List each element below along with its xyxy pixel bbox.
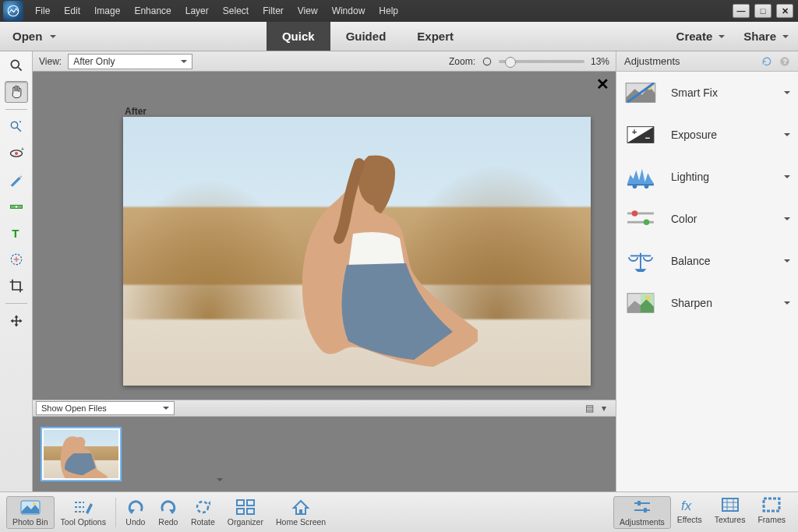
adj-exposure[interactable]: +− Exposure bbox=[616, 114, 798, 156]
bb-label: Adjustments bbox=[620, 517, 665, 527]
svg-rect-42 bbox=[247, 500, 254, 506]
sharpen-icon bbox=[624, 290, 657, 316]
bb-redo[interactable]: Redo bbox=[152, 499, 185, 527]
minimize-button[interactable]: — bbox=[733, 4, 750, 18]
menu-file[interactable]: File bbox=[28, 1, 57, 21]
svg-point-34 bbox=[646, 295, 651, 300]
bb-home-screen[interactable]: Home Screen bbox=[270, 499, 332, 527]
adj-label: Color bbox=[671, 213, 697, 225]
zoom-label: Zoom: bbox=[449, 56, 475, 67]
mode-bar: Open Quick Guided Expert Create Share bbox=[0, 22, 798, 51]
canvas-column: View: After Only Zoom: 13% ✕ After bbox=[33, 51, 616, 491]
zoom-tool[interactable] bbox=[5, 55, 28, 76]
undo-icon bbox=[125, 499, 146, 516]
svg-point-3 bbox=[11, 122, 17, 128]
reset-icon[interactable] bbox=[761, 56, 773, 67]
document-canvas[interactable] bbox=[123, 117, 591, 386]
color-icon bbox=[624, 206, 657, 232]
bb-label: Photo Bin bbox=[12, 517, 48, 527]
chevron-down-icon bbox=[784, 91, 790, 97]
menu-edit[interactable]: Edit bbox=[57, 1, 87, 21]
svg-point-1 bbox=[11, 60, 19, 68]
tab-expert[interactable]: Expert bbox=[401, 22, 469, 51]
bin-collapse-icon[interactable]: ▾ bbox=[602, 403, 606, 414]
quick-select-tool[interactable] bbox=[5, 116, 28, 138]
whiten-tool[interactable] bbox=[5, 169, 28, 191]
zoom-out-icon[interactable] bbox=[482, 56, 493, 67]
thumbnail[interactable] bbox=[41, 427, 122, 481]
tool-column: + T bbox=[0, 51, 33, 491]
menu-window[interactable]: Window bbox=[325, 1, 373, 21]
zoom-slider[interactable] bbox=[499, 60, 584, 63]
help-icon[interactable]: ? bbox=[779, 56, 790, 67]
menu-view[interactable]: View bbox=[291, 1, 325, 21]
bb-undo[interactable]: Undo bbox=[119, 499, 152, 527]
bb-adjustments[interactable]: Adjustments bbox=[613, 496, 671, 529]
svg-rect-26 bbox=[627, 212, 654, 214]
menu-enhance[interactable]: Enhance bbox=[127, 1, 178, 21]
tab-guided[interactable]: Guided bbox=[330, 22, 402, 51]
menu-layer[interactable]: Layer bbox=[178, 1, 216, 21]
svg-text:T: T bbox=[12, 227, 19, 240]
bb-photo-bin[interactable]: Photo Bin bbox=[6, 496, 55, 529]
chevron-down-icon bbox=[784, 175, 790, 181]
bb-frames[interactable]: Frames bbox=[751, 496, 792, 529]
eye-tool[interactable]: + bbox=[5, 143, 28, 164]
bb-label: Home Screen bbox=[276, 517, 326, 527]
balance-icon bbox=[624, 248, 657, 274]
maximize-button[interactable]: □ bbox=[754, 4, 772, 18]
hand-tool[interactable] bbox=[5, 81, 28, 103]
smart-fix-icon bbox=[624, 79, 657, 106]
open-dropdown[interactable]: Open bbox=[0, 22, 69, 51]
menu-select[interactable]: Select bbox=[216, 1, 256, 21]
effects-icon: fx bbox=[680, 496, 700, 513]
adjustments-icon bbox=[632, 499, 652, 516]
chevron-down-icon bbox=[163, 407, 169, 413]
menu-filter[interactable]: Filter bbox=[256, 1, 291, 21]
create-dropdown[interactable]: Create bbox=[676, 30, 726, 43]
svg-text:fx: fx bbox=[681, 499, 692, 513]
adj-label: Lighting bbox=[671, 171, 709, 183]
adj-sharpen[interactable]: Sharpen bbox=[616, 282, 798, 324]
bb-effects[interactable]: fx Effects bbox=[671, 496, 708, 529]
tab-quick[interactable]: Quick bbox=[267, 22, 330, 51]
adjustments-list: Smart Fix +− Exposure Lighting Color Bal… bbox=[616, 72, 798, 491]
svg-rect-41 bbox=[237, 500, 244, 506]
adj-color[interactable]: Color bbox=[616, 198, 798, 240]
adj-lighting[interactable]: Lighting bbox=[616, 156, 798, 198]
type-tool[interactable]: T bbox=[5, 222, 28, 244]
spot-heal-tool[interactable] bbox=[5, 248, 28, 270]
menu-image[interactable]: Image bbox=[87, 1, 127, 21]
close-document-button[interactable]: ✕ bbox=[596, 75, 609, 93]
bin-menu-icon[interactable]: ▤ bbox=[585, 403, 594, 414]
bottom-bar-right: Adjustments fx Effects Textures Frames bbox=[613, 496, 792, 529]
adj-smart-fix[interactable]: Smart Fix bbox=[616, 72, 798, 114]
close-button[interactable]: ✕ bbox=[776, 4, 793, 18]
bin-bar: Show Open Files ▤ ▾ bbox=[33, 400, 616, 417]
straighten-tool[interactable] bbox=[5, 196, 28, 217]
after-label: After bbox=[125, 106, 147, 117]
move-tool[interactable] bbox=[5, 310, 28, 332]
view-dropdown[interactable]: After Only bbox=[68, 54, 192, 69]
crop-tool[interactable] bbox=[5, 275, 28, 297]
svg-text:+: + bbox=[20, 146, 23, 153]
svg-point-40 bbox=[197, 502, 208, 513]
bb-rotate[interactable]: Rotate bbox=[185, 499, 221, 527]
bb-label: Redo bbox=[158, 517, 178, 527]
svg-rect-51 bbox=[722, 499, 738, 511]
svg-rect-23 bbox=[627, 183, 654, 185]
bb-label: Undo bbox=[125, 517, 145, 527]
share-dropdown[interactable]: Share bbox=[743, 30, 789, 43]
bb-organizer[interactable]: Organizer bbox=[221, 499, 270, 527]
title-bar: File Edit Image Enhance Layer Select Fil… bbox=[0, 0, 798, 22]
separator bbox=[5, 303, 27, 304]
svg-point-29 bbox=[644, 219, 650, 225]
menu-help[interactable]: Help bbox=[372, 1, 405, 21]
bb-tool-options[interactable]: Tool Options bbox=[55, 499, 112, 527]
bb-textures[interactable]: Textures bbox=[708, 496, 752, 529]
bb-label: Rotate bbox=[191, 517, 215, 527]
svg-rect-47 bbox=[637, 501, 641, 506]
bin-dropdown[interactable]: Show Open Files bbox=[36, 401, 175, 415]
adj-balance[interactable]: Balance bbox=[616, 240, 798, 282]
adj-label: Smart Fix bbox=[671, 86, 718, 99]
